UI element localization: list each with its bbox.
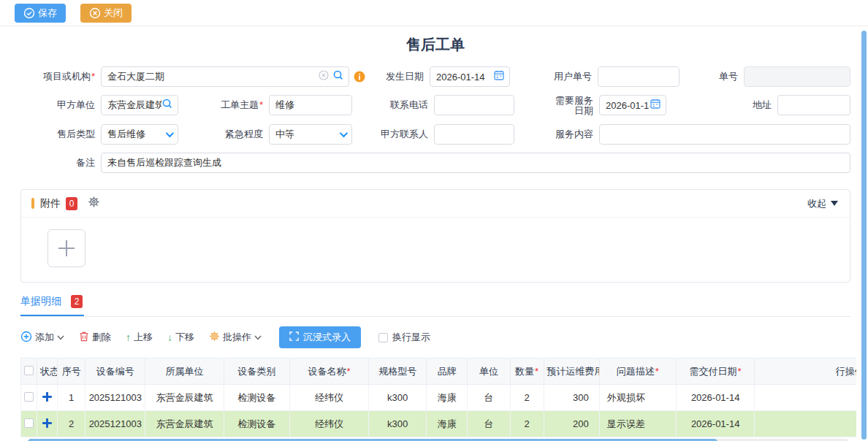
service-content-input[interactable] (599, 124, 850, 145)
table-cell[interactable]: 2025121003 (85, 411, 145, 437)
table-cell[interactable]: 显示误差 (599, 411, 676, 437)
header-cell: 所属单位 (145, 358, 224, 385)
service-date-field[interactable] (599, 95, 666, 115)
table-cell[interactable]: 2025121003 (85, 385, 145, 411)
table-cell[interactable]: 台 (468, 385, 510, 411)
calendar-icon[interactable] (493, 69, 505, 84)
contact-phone-input[interactable] (434, 95, 514, 115)
project-field[interactable] (101, 66, 349, 87)
table-row: 12025121003东营金辰建筑检测设备经纬仪k300海康台2300外观损坏2… (21, 385, 857, 411)
urgency-select[interactable]: 中等 (269, 124, 352, 145)
table-cell[interactable]: 东营金辰建筑 (145, 411, 224, 437)
row-checkbox-cell[interactable] (21, 411, 37, 437)
table-cell[interactable]: 2026-01-14 (677, 411, 755, 437)
immersive-entry-button[interactable]: 沉浸式录入 (279, 326, 361, 348)
row-checkbox[interactable] (24, 366, 34, 375)
close-circle-icon (89, 7, 101, 19)
form-row-2: 甲方单位 工单主题* 联系电话 需要服务日期 地址 (20, 95, 850, 116)
move-up-button[interactable]: ↑ 上移 (126, 331, 153, 344)
header-cell: 行操作 (755, 358, 856, 385)
row-status-cell[interactable] (37, 411, 58, 437)
row-checkbox[interactable] (24, 392, 34, 402)
table-cell[interactable]: 经纬仪 (289, 411, 368, 437)
immersive-entry-label: 沉浸式录入 (303, 331, 351, 344)
table-cell[interactable]: 300 (544, 385, 599, 411)
header-cell: 需交付日期* (677, 358, 755, 385)
collapse-toggle[interactable]: 收起 (807, 197, 838, 210)
work-subject-input[interactable] (269, 95, 352, 115)
header-cell: 状态 (37, 358, 58, 385)
table-cell[interactable]: 2 (510, 411, 544, 437)
info-icon[interactable] (354, 71, 365, 85)
add-attachment-button[interactable] (47, 229, 85, 267)
header-cell: 设备编号 (85, 358, 145, 385)
table-cell[interactable]: k300 (369, 385, 427, 411)
table-cell[interactable]: 海康 (427, 411, 468, 437)
table-cell[interactable]: 2 (510, 385, 544, 411)
search-icon[interactable] (161, 98, 173, 112)
party-a-contact-input[interactable] (434, 124, 514, 145)
remark-field (101, 153, 850, 173)
service-content-field (599, 124, 850, 145)
service-content-label: 服务内容 (552, 124, 593, 145)
table-cell[interactable]: 检测设备 (224, 411, 289, 437)
party-a-unit-input[interactable] (107, 100, 161, 111)
delete-row-button[interactable]: 删除 (79, 331, 111, 344)
search-icon[interactable] (332, 69, 344, 84)
table-cell[interactable]: 2 (58, 411, 85, 437)
table-cell[interactable]: 外观损坏 (599, 385, 676, 411)
move-down-button[interactable]: ↓ 下移 (167, 331, 194, 344)
save-button-label: 保存 (38, 7, 57, 20)
table-cell[interactable]: 200 (544, 411, 599, 437)
arrow-up-icon: ↑ (126, 331, 131, 343)
table-cell[interactable] (755, 385, 856, 411)
row-checkbox[interactable] (24, 418, 34, 428)
row-add-icon[interactable] (42, 418, 52, 428)
detail-table: 状态序号设备编号所属单位设备类别设备名称*规格型号品牌单位数量*预计运维费用问题… (20, 358, 856, 437)
party-a-unit-field[interactable] (101, 95, 178, 115)
table-cell[interactable]: 检测设备 (224, 385, 289, 411)
calendar-icon[interactable] (650, 98, 661, 112)
table-cell[interactable]: 台 (468, 411, 510, 437)
table-cell[interactable]: k300 (369, 411, 427, 437)
checkbox-icon[interactable] (378, 333, 388, 342)
detail-toolbar: 添加 删除 ↑ 上移 ↓ 下移 批操作 沉浸式录入 换行显示 (20, 326, 850, 348)
tab-detail[interactable]: 单据明细 2 (20, 295, 84, 316)
attachments-body (21, 218, 850, 282)
party-a-unit-label: 甲方单位 (20, 95, 95, 115)
batch-operation-button[interactable]: 批操作 (209, 331, 262, 344)
attachments-panel: 附件 0 收起 (20, 189, 850, 283)
table-cell[interactable]: 1 (58, 385, 85, 411)
vertical-scrollbar[interactable] (861, 31, 867, 440)
project-input[interactable] (107, 72, 318, 83)
service-type-select[interactable]: 售后维修 (101, 124, 178, 145)
chevron-down-icon (57, 335, 64, 340)
occur-date-input[interactable] (436, 72, 493, 83)
row-status-cell[interactable] (37, 385, 58, 411)
table-cell[interactable]: 东营金辰建筑 (145, 385, 224, 411)
gear-icon[interactable] (88, 196, 100, 211)
clear-icon[interactable] (318, 69, 330, 84)
table-cell[interactable] (755, 411, 856, 437)
table-cell[interactable]: 经纬仪 (289, 385, 368, 411)
remark-input[interactable] (101, 153, 850, 173)
select-all-checkbox-cell[interactable] (21, 358, 37, 385)
order-no-field (744, 66, 850, 87)
user-order-no-input[interactable] (598, 66, 679, 87)
form-row-4: 备注 (20, 153, 850, 173)
user-order-no-field (598, 66, 679, 87)
occur-date-field[interactable] (430, 66, 510, 87)
row-checkbox-cell[interactable] (21, 385, 37, 411)
chevron-down-icon (254, 335, 262, 340)
table-cell[interactable]: 2026-01-14 (677, 385, 755, 411)
detail-count-badge: 2 (71, 295, 83, 308)
wrap-display-checkbox[interactable]: 换行显示 (378, 331, 430, 344)
row-add-icon[interactable] (42, 392, 52, 402)
service-date-input[interactable] (606, 100, 650, 111)
add-row-button[interactable]: 添加 (20, 331, 64, 345)
address-input[interactable] (777, 95, 850, 115)
tab-detail-label: 单据明细 (20, 295, 61, 308)
close-button[interactable]: 关闭 (80, 4, 132, 23)
table-cell[interactable]: 海康 (427, 385, 468, 411)
save-button[interactable]: 保存 (15, 4, 66, 23)
